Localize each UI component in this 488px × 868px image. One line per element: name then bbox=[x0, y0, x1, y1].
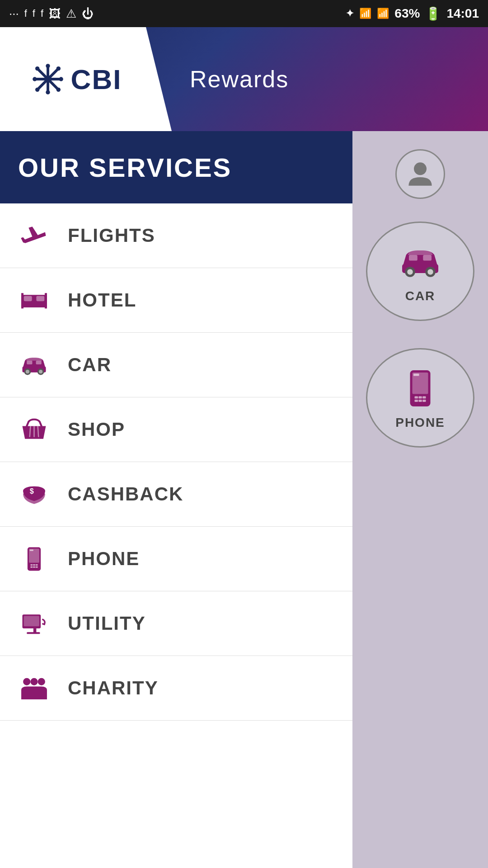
utility-icon bbox=[18, 608, 50, 639]
cashback-icon: $ bbox=[18, 478, 50, 510]
profile-button[interactable] bbox=[395, 149, 445, 199]
facebook-icon-1: f bbox=[24, 8, 27, 19]
signal-icon: 📶 bbox=[377, 8, 389, 19]
image-icon: 🖼 bbox=[49, 7, 61, 21]
svg-rect-58 bbox=[422, 396, 426, 399]
charity-label: CHARITY bbox=[68, 677, 159, 699]
battery-percent: 63% bbox=[394, 6, 420, 21]
svg-rect-57 bbox=[418, 396, 422, 399]
menu-dots-icon: ··· bbox=[9, 7, 19, 21]
svg-rect-40 bbox=[23, 616, 39, 626]
right-sidebar: CAR PHONE bbox=[352, 131, 488, 868]
plane-icon bbox=[18, 220, 50, 251]
bluetooth-icon: ✦ bbox=[346, 8, 354, 19]
svg-point-7 bbox=[59, 77, 63, 81]
svg-text:$: $ bbox=[29, 486, 33, 495]
svg-point-6 bbox=[33, 77, 37, 81]
sidebar-card-phone[interactable]: PHONE bbox=[366, 348, 474, 448]
battery-icon: 🔋 bbox=[425, 6, 441, 21]
menu-item-utility[interactable]: UTILITY bbox=[0, 591, 352, 656]
menu-item-hotel[interactable]: HOTEL bbox=[0, 268, 352, 333]
menu-item-car[interactable]: CAR bbox=[0, 333, 352, 397]
menu-panel: OUR SERVICES FLIGHTS bbox=[0, 131, 352, 868]
basket-icon bbox=[18, 414, 50, 445]
wifi-icon: 📶 bbox=[359, 8, 371, 19]
svg-point-8 bbox=[35, 66, 39, 71]
shop-label: SHOP bbox=[68, 419, 125, 440]
sidebar-card-car[interactable]: CAR bbox=[366, 222, 474, 321]
svg-rect-35 bbox=[30, 566, 33, 567]
svg-point-22 bbox=[25, 370, 29, 373]
svg-rect-34 bbox=[35, 564, 38, 565]
svg-rect-37 bbox=[35, 566, 38, 567]
flights-label: FLIGHTS bbox=[68, 225, 155, 246]
cashback-label: CASHBACK bbox=[68, 483, 183, 505]
svg-point-45 bbox=[38, 678, 45, 685]
logo-content: CBI bbox=[32, 63, 140, 95]
utility-label: UTILITY bbox=[68, 613, 146, 634]
phone-label: PHONE bbox=[68, 548, 140, 570]
svg-rect-56 bbox=[415, 396, 418, 399]
svg-rect-17 bbox=[36, 296, 44, 301]
header-subtitle: Rewards bbox=[190, 66, 289, 93]
cbi-snowflake-icon bbox=[32, 63, 64, 95]
menu-item-flights[interactable]: FLIGHTS bbox=[0, 203, 352, 268]
svg-rect-42 bbox=[27, 632, 40, 634]
phone-icon bbox=[18, 543, 50, 575]
menu-items-list: FLIGHTS HOTEL bbox=[0, 203, 352, 721]
clock: 14:01 bbox=[446, 6, 479, 21]
svg-rect-62 bbox=[413, 374, 419, 376]
svg-point-53 bbox=[427, 269, 433, 275]
menu-item-phone[interactable]: PHONE bbox=[0, 527, 352, 591]
logo-area: CBI bbox=[0, 27, 172, 131]
brand-name: CBI bbox=[71, 63, 122, 95]
svg-point-24 bbox=[39, 370, 42, 373]
refresh-icon: ⏻ bbox=[82, 7, 94, 21]
svg-rect-60 bbox=[418, 400, 422, 402]
charity-icon bbox=[18, 672, 50, 704]
menu-title: OUR SERVICES bbox=[18, 152, 232, 183]
hotel-label: HOTEL bbox=[68, 289, 136, 311]
svg-line-25 bbox=[29, 426, 30, 437]
svg-rect-38 bbox=[29, 549, 33, 551]
sidebar-car-label: CAR bbox=[405, 289, 436, 303]
facebook-icon-2: f bbox=[33, 8, 35, 19]
svg-rect-36 bbox=[33, 566, 35, 567]
svg-rect-32 bbox=[30, 564, 33, 565]
status-bar-right: ✦ 📶 📶 63% 🔋 14:01 bbox=[346, 6, 479, 21]
car-icon bbox=[18, 349, 50, 381]
menu-header: OUR SERVICES bbox=[0, 131, 352, 203]
svg-rect-33 bbox=[33, 564, 35, 565]
sidebar-phone-label: PHONE bbox=[395, 415, 445, 430]
svg-point-43 bbox=[23, 678, 30, 685]
svg-rect-15 bbox=[45, 293, 47, 308]
svg-rect-49 bbox=[423, 255, 432, 261]
facebook-icon-3: f bbox=[41, 8, 43, 19]
menu-item-cashback[interactable]: $ CASHBACK bbox=[0, 462, 352, 527]
svg-rect-16 bbox=[23, 296, 32, 301]
svg-rect-19 bbox=[27, 360, 32, 364]
menu-item-shop[interactable]: SHOP bbox=[0, 397, 352, 462]
warning-icon: ⚠ bbox=[66, 7, 76, 21]
bed-icon bbox=[18, 284, 50, 316]
svg-point-44 bbox=[30, 678, 38, 685]
main-content: OUR SERVICES FLIGHTS bbox=[0, 131, 488, 868]
svg-line-27 bbox=[38, 426, 38, 437]
svg-rect-48 bbox=[409, 255, 418, 261]
svg-rect-61 bbox=[422, 400, 426, 402]
car-label: CAR bbox=[68, 354, 112, 376]
svg-point-10 bbox=[56, 66, 60, 71]
svg-rect-12 bbox=[21, 302, 47, 307]
svg-point-51 bbox=[407, 269, 413, 275]
status-bar: ··· f f f 🖼 ⚠ ⏻ ✦ 📶 📶 63% 🔋 14:01 bbox=[0, 0, 488, 27]
app-header: CBI Rewards bbox=[0, 27, 488, 131]
status-bar-left: ··· f f f 🖼 ⚠ ⏻ bbox=[9, 7, 94, 21]
svg-point-9 bbox=[56, 88, 60, 92]
svg-point-4 bbox=[46, 64, 50, 68]
svg-rect-59 bbox=[415, 400, 418, 402]
svg-point-46 bbox=[414, 162, 427, 175]
svg-point-5 bbox=[46, 90, 50, 94]
svg-rect-14 bbox=[21, 293, 23, 308]
menu-item-charity[interactable]: CHARITY bbox=[0, 656, 352, 721]
svg-point-11 bbox=[35, 88, 39, 92]
